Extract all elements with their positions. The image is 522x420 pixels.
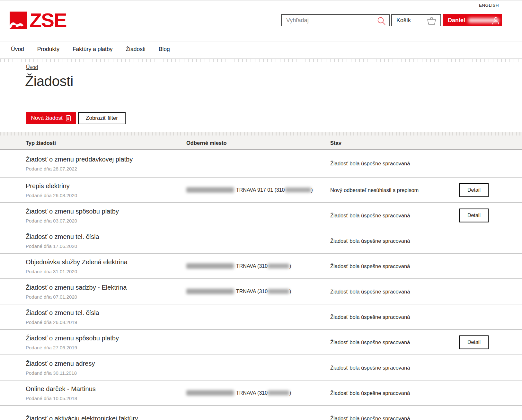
place-cell: TRNAVA (310) (186, 289, 291, 294)
table-header-ticks (0, 132, 522, 136)
request-rows: Žiadosť o zmenu preddavkovej platby Poda… (0, 150, 522, 420)
request-row: Žiadosť o zmenu tel. čísla Podané dňa 17… (0, 228, 522, 253)
zse-logo-squiggle-icon (10, 17, 27, 29)
new-request-label: Nová žiadosť (31, 115, 63, 121)
request-status: Žiadosť bola úspešne spracovaná (330, 212, 410, 218)
request-type: Žiadosť o zmenu preddavkovej platby (26, 155, 133, 163)
request-type-cell: Žiadosť o zmenu spôsobu platby Podané dň… (26, 334, 119, 350)
cart-label: Košík (392, 17, 411, 24)
request-row: Žiadosť o zmenu spôsobu platby Podané dň… (0, 329, 522, 354)
request-type-cell: Online darček - Martinus Podané dňa 10.0… (26, 385, 96, 401)
request-type: Žiadosť o zmenu spôsobu platby (26, 207, 119, 215)
nav-item-ziadosti[interactable]: Žiadosti (126, 46, 145, 53)
place-text: TRNAVA (310 (236, 263, 268, 269)
request-row: Žiadosť o zmenu sadzby - Elektrina Podan… (0, 278, 522, 304)
place-close: ) (289, 263, 291, 269)
new-request-button[interactable]: Nová žiadosť (26, 112, 76, 124)
place-close: ) (311, 187, 313, 193)
place-number-redacted (268, 264, 289, 268)
detail-button[interactable]: Detail (459, 335, 489, 349)
request-type-cell: Žiadosť o aktiváciu elektronickej faktúr… (26, 415, 138, 420)
place-address-redacted (186, 187, 234, 193)
nav-item-faktury-a-platby[interactable]: Faktúry a platby (73, 46, 113, 53)
request-type: Žiadosť o aktiváciu elektronickej faktúr… (26, 415, 138, 420)
request-type-cell: Žiadosť o zmenu preddavkovej platby Poda… (26, 155, 133, 171)
top-strip (0, 0, 522, 1)
row-date: Podané dňa 17.06.2020 (26, 243, 99, 249)
search-input[interactable] (282, 15, 389, 26)
detail-button[interactable]: Detail (459, 183, 489, 197)
search-icon[interactable] (377, 16, 386, 26)
request-status: Žiadosť bola úspešne spracovaná (330, 160, 410, 166)
column-header-place: Odberné miesto (186, 140, 227, 146)
request-type: Žiadosť o zmenu spôsobu platby (26, 334, 119, 342)
row-date: Podané dňa 07.01.2020 (26, 294, 127, 299)
nav-item-uvod[interactable]: Úvod (11, 46, 24, 53)
show-filter-button[interactable]: Zobraziť filter (78, 112, 126, 124)
document-icon (66, 115, 71, 121)
show-filter-label: Zobraziť filter (86, 115, 118, 121)
request-type-cell: Žiadosť o zmenu tel. čísla Podané dňa 26… (26, 309, 99, 325)
user-name: Daniel (443, 17, 465, 24)
zse-logo-text: ZSE (30, 12, 66, 29)
row-date: Podané dňa 26.08.2019 (26, 319, 99, 325)
row-date: Podané dňa 28.07.2022 (26, 166, 133, 171)
main-nav: Úvod Produkty Faktúry a platby Žiadosti … (0, 41, 522, 57)
request-row: Objednávka služby Zelená elektrina Podan… (0, 253, 522, 278)
column-header-status: Stav (330, 140, 341, 146)
place-address-redacted (186, 263, 234, 269)
row-date: Podané dňa 30.11.2018 (26, 370, 95, 375)
request-type: Žiadosť o zmenu adresy (26, 360, 95, 367)
decorative-ruler-strip (0, 58, 522, 62)
request-type: Žiadosť o zmenu tel. čísla (26, 233, 99, 240)
request-status: Žiadosť bola úspešne spracovaná (330, 364, 410, 371)
language-switch-link[interactable]: ENGLISH (479, 3, 499, 8)
cart-button[interactable]: Košík (391, 14, 441, 26)
request-status: Žiadosť bola úspešne spracovaná (330, 314, 410, 320)
request-type: Online darček - Martinus (26, 385, 96, 392)
request-type: Žiadosť o zmenu sadzby - Elektrina (26, 284, 127, 291)
place-text: TRNAVA (310 (236, 390, 268, 396)
request-type-cell: Žiadosť o zmenu sadzby - Elektrina Podan… (26, 284, 127, 299)
place-address-redacted (186, 289, 234, 294)
row-date: Podané dňa 31.01.2020 (26, 268, 128, 274)
place-close: ) (289, 289, 291, 294)
request-row: Žiadosť o zmenu tel. čísla Podané dňa 26… (0, 304, 522, 329)
place-close: ) (289, 390, 291, 396)
request-status: Žiadosť bola úspešne spracovaná (330, 390, 410, 396)
request-row: Žiadosť o zmenu spôsobu platby Podané dň… (0, 202, 522, 228)
row-date: Podané dňa 27.06.2019 (26, 345, 119, 350)
request-type-cell: Prepis elektriny Podané dňa 26.08.2020 (26, 182, 77, 198)
request-status: Žiadosť bola úspešne spracovaná (330, 415, 410, 420)
request-type-cell: Žiadosť o zmenu adresy Podané dňa 30.11.… (26, 360, 95, 375)
place-cell: TRNAVA 917 01 (310) (186, 187, 313, 193)
request-type-cell: Žiadosť o zmenu tel. čísla Podané dňa 17… (26, 233, 99, 249)
breadcrumb-home-link[interactable]: Úvod (26, 65, 38, 70)
user-account-button[interactable]: Daniel (443, 14, 502, 26)
place-number-redacted (285, 188, 311, 192)
row-date: Podané dňa 03.07.2020 (26, 218, 119, 223)
place-number-redacted (268, 390, 289, 395)
user-icon (491, 16, 500, 25)
request-status: Žiadosť bola úspešne spracovaná (330, 288, 410, 294)
place-cell: TRNAVA (310) (186, 263, 291, 269)
request-status: Žiadosť bola úspešne spracovaná (330, 339, 410, 345)
nav-item-produkty[interactable]: Produkty (37, 46, 59, 53)
request-row: Prepis elektriny Podané dňa 26.08.2020 T… (0, 177, 522, 202)
request-type: Objednávka služby Zelená elektrina (26, 258, 128, 266)
place-number-redacted (268, 289, 289, 294)
place-text: TRNAVA (310 (236, 289, 268, 294)
search-box (281, 14, 390, 26)
row-date: Podané dňa 26.08.2020 (26, 192, 77, 198)
nav-item-blog[interactable]: Blog (159, 46, 170, 53)
request-row: Žiadosť o aktiváciu elektronickej faktúr… (0, 405, 522, 420)
zse-logo[interactable]: ZSE (10, 12, 66, 29)
request-row: Žiadosť o zmenu preddavkovej platby Poda… (0, 150, 522, 177)
place-text: TRNAVA 917 01 (310 (236, 187, 285, 193)
page-title: Žiadosti (25, 73, 73, 89)
request-type: Žiadosť o zmenu tel. čísla (26, 309, 99, 316)
request-row: Žiadosť o zmenu adresy Podané dňa 30.11.… (0, 354, 522, 380)
cart-basket-icon (426, 17, 437, 26)
detail-button[interactable]: Detail (459, 208, 489, 222)
table-header: Typ žiadosti Odberné miesto Stav (0, 132, 522, 150)
